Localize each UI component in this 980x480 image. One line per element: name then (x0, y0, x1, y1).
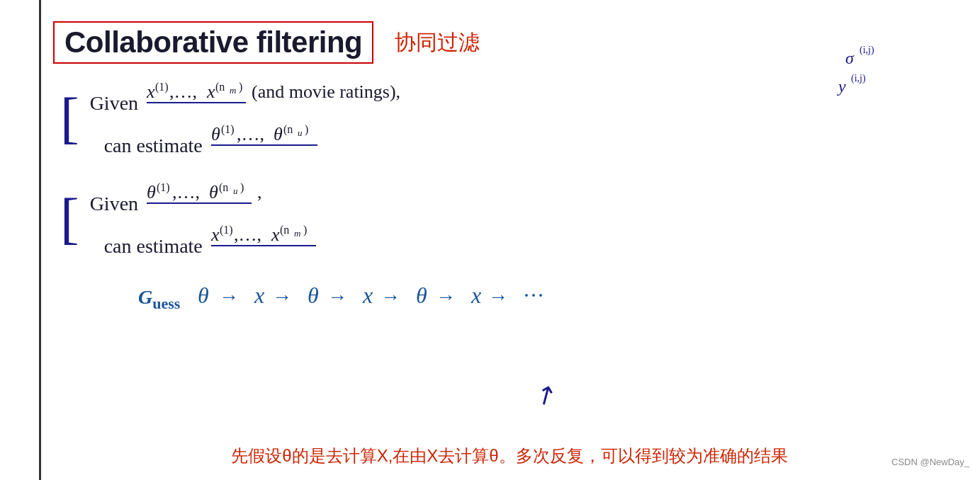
bracket2: [ (60, 178, 79, 258)
chinese-explanation: 先假设θ的是去计算X,在由X去计算θ。多次反复，可以得到较为准确的结果 (53, 445, 966, 467)
svg-text:(1): (1) (221, 123, 235, 136)
svg-text:,…,: ,…, (169, 81, 197, 102)
svg-text:σ: σ (845, 49, 855, 67)
svg-text:→: → (488, 285, 509, 307)
svg-text:(1): (1) (220, 224, 233, 236)
block2-theta-math: θ (1) ,…, θ (n u ) , (147, 178, 345, 215)
svg-text:θ: θ (211, 124, 220, 144)
svg-text:(1): (1) (157, 181, 170, 194)
svg-text:m: m (230, 85, 236, 96)
block2-x-math: x (1) ,…, x (n m ) (211, 221, 402, 258)
block1-estimate-line: can estimate θ (1) ,…, θ (n u ) (90, 120, 402, 157)
block1-theta-math: θ (1) ,…, θ (n u ) (211, 120, 402, 157)
svg-text:(i,j): (i,j) (860, 45, 874, 56)
svg-text:(and movie ratings),: (and movie ratings), (252, 81, 400, 102)
svg-text:(n: (n (219, 181, 228, 194)
svg-text:x: x (146, 81, 155, 102)
left-border (39, 0, 41, 480)
block1-x-math: x (1) ,…, x (n m ) (and movie ratings), (147, 78, 388, 115)
block2-estimate-line: can estimate x (1) ,…, x (n m ) (90, 221, 402, 258)
svg-text:θ: θ (416, 282, 429, 308)
svg-text:→: → (272, 285, 293, 307)
svg-text:): ) (239, 81, 242, 93)
block2-section: [ Given θ (1) ,…, θ (n u ) , (60, 178, 960, 258)
svg-text:u: u (233, 185, 238, 196)
svg-text:,: , (257, 182, 262, 202)
watermark: CSDN @NewDay_ (891, 457, 969, 467)
title-chinese: 协同过滤 (395, 28, 480, 57)
block2-estimate-label: can estimate (90, 235, 203, 258)
guess-label: Guess (138, 286, 180, 313)
bracket1: [ (60, 78, 79, 157)
svg-text:x: x (210, 224, 220, 245)
svg-text:,…,: ,…, (234, 224, 261, 245)
svg-text:θ: θ (198, 282, 210, 308)
svg-text:x: x (254, 282, 266, 308)
guess-section: Guess θ → x → θ → x → θ (138, 279, 960, 319)
guess-formula: θ → x → θ → x → θ → x (198, 279, 694, 319)
title-section: Collaborative filtering 协同过滤 (53, 21, 960, 64)
block1-section: [ Given x (1) ,…, x (n m ) (60, 78, 960, 157)
svg-text:): ) (305, 123, 308, 136)
top-right-annotations: σ (i,j) y (i,j) (831, 42, 923, 106)
svg-text:,…,: ,…, (237, 124, 264, 144)
svg-text:(n: (n (280, 224, 289, 236)
svg-text:x: x (206, 81, 215, 102)
svg-text:u: u (298, 127, 303, 138)
svg-text:→: → (381, 285, 402, 307)
svg-text:θ: θ (308, 282, 320, 308)
block2-given-label: Given (90, 193, 138, 215)
blue-arrow: ↗ (529, 377, 563, 413)
svg-text:→: → (436, 285, 457, 307)
svg-text:x: x (471, 282, 483, 308)
block1-given-line: Given x (1) ,…, x (n m ) (90, 78, 402, 115)
svg-text:θ: θ (147, 182, 156, 202)
block2-content: Given θ (1) ,…, θ (n u ) , (90, 178, 402, 258)
svg-text:(n: (n (283, 123, 293, 136)
svg-text:(i,j): (i,j) (851, 73, 866, 84)
svg-text:m: m (294, 228, 300, 239)
svg-text:y: y (837, 77, 846, 96)
svg-text:): ) (240, 181, 244, 194)
svg-text:x: x (271, 224, 280, 245)
main-content: Collaborative filtering 协同过滤 [ Given x (… (53, 21, 960, 319)
title-box: Collaborative filtering (53, 21, 373, 64)
block1-given-label: Given (90, 92, 138, 115)
title-english: Collaborative filtering (64, 25, 362, 59)
block2-given-line: Given θ (1) ,…, θ (n u ) , (90, 178, 402, 215)
svg-text:,…,: ,…, (172, 182, 200, 202)
block1-content: Given x (1) ,…, x (n m ) (90, 78, 402, 157)
svg-text:): ) (303, 224, 307, 236)
block1-estimate-label: can estimate (90, 135, 203, 157)
svg-text:(n: (n (215, 81, 225, 93)
svg-text:→: → (327, 285, 349, 307)
svg-text:θ: θ (274, 124, 283, 144)
svg-text:θ: θ (209, 182, 218, 202)
svg-text:x: x (362, 282, 374, 308)
svg-text:···: ··· (524, 282, 545, 308)
svg-text:(1): (1) (155, 81, 169, 93)
svg-text:→: → (219, 285, 240, 307)
